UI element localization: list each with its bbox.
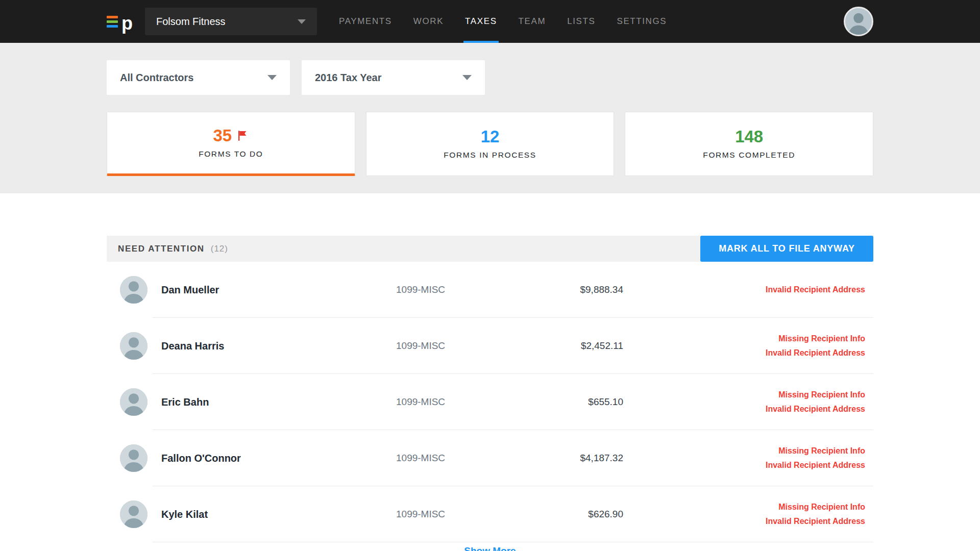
contractor-row[interactable]: Fallon O'Connor 1099-MISC $4,187.32 Miss…	[107, 430, 873, 486]
logo-bars-icon	[107, 16, 118, 28]
logo-letter: p	[121, 14, 133, 33]
issue-text: Invalid Recipient Address	[623, 402, 865, 416]
issue-list: Missing Recipient Info Invalid Recipient…	[623, 444, 873, 472]
tax-year-filter-dropdown[interactable]: 2016 Tax Year	[302, 60, 485, 95]
form-type: 1099-MISC	[396, 509, 513, 520]
issue-text: Invalid Recipient Address	[623, 514, 865, 529]
person-icon	[845, 8, 872, 35]
chevron-down-icon	[267, 75, 277, 80]
company-selector-value: Folsom Fitness	[156, 16, 226, 28]
avatar	[120, 500, 148, 528]
avatar	[120, 276, 148, 304]
nav-item-work[interactable]: WORK	[403, 0, 454, 43]
contractor-row[interactable]: Eric Bahn 1099-MISC $655.10 Missing Reci…	[107, 374, 873, 430]
issue-list: Missing Recipient Info Invalid Recipient…	[623, 388, 873, 416]
stat-card-forms-completed[interactable]: 148 FORMS COMPLETED	[625, 112, 873, 176]
issue-text: Invalid Recipient Address	[623, 458, 865, 472]
form-amount: $2,452.11	[513, 340, 623, 352]
contractor-filter-value: All Contractors	[120, 72, 193, 84]
contractor-name: Fallon O'Connor	[161, 453, 396, 464]
person-icon	[120, 388, 148, 416]
form-type: 1099-MISC	[396, 396, 513, 408]
person-icon	[120, 500, 148, 528]
need-attention-count: (12)	[211, 244, 228, 254]
forms-completed-count: 148	[735, 128, 763, 145]
form-amount: $4,187.32	[513, 453, 623, 464]
avatar	[120, 388, 148, 416]
form-type: 1099-MISC	[396, 453, 513, 464]
issue-list: Invalid Recipient Address	[623, 283, 873, 297]
nav-item-taxes[interactable]: TAXES	[454, 0, 507, 43]
nav-item-settings[interactable]: SETTINGS	[606, 0, 677, 43]
issue-text: Missing Recipient Info	[623, 444, 865, 458]
filter-row: All Contractors 2016 Tax Year	[107, 60, 873, 95]
contractor-name: Deana Harris	[161, 340, 396, 352]
person-icon	[120, 444, 148, 472]
issue-list: Missing Recipient Info Invalid Recipient…	[623, 500, 873, 529]
nav-item-lists[interactable]: LISTS	[556, 0, 606, 43]
forms-in-process-count: 12	[481, 128, 500, 145]
nav-item-payments[interactable]: PAYMENTS	[328, 0, 403, 43]
flag-icon	[236, 130, 249, 142]
forms-to-do-count: 35	[213, 127, 232, 144]
app-logo[interactable]: p	[107, 12, 133, 31]
filters-stats-band: All Contractors 2016 Tax Year 35 FORMS T…	[0, 43, 980, 193]
issue-text: Invalid Recipient Address	[623, 283, 865, 297]
mark-all-to-file-button[interactable]: MARK ALL TO FILE ANYWAY	[700, 236, 873, 262]
issue-text: Missing Recipient Info	[623, 500, 865, 514]
issue-text: Missing Recipient Info	[623, 332, 865, 346]
need-attention-header: NEED ATTENTION (12) MARK ALL TO FILE ANY…	[107, 236, 873, 262]
show-more-link[interactable]: Show More	[107, 542, 873, 551]
stats-row: 35 FORMS TO DO 12 FORMS IN PROCESS 148	[107, 112, 873, 176]
avatar	[120, 332, 148, 360]
contractor-name: Eric Bahn	[161, 396, 396, 408]
top-navbar: p Folsom Fitness PAYMENTS WORK TAXES TEA…	[0, 0, 980, 43]
chevron-down-icon	[298, 19, 306, 24]
issue-text: Missing Recipient Info	[623, 388, 865, 402]
issue-list: Missing Recipient Info Invalid Recipient…	[623, 332, 873, 360]
contractor-name: Dan Mueller	[161, 284, 396, 296]
stat-card-forms-in-process[interactable]: 12 FORMS IN PROCESS	[366, 112, 615, 176]
contractor-row[interactable]: Kyle Kilat 1099-MISC $626.90 Missing Rec…	[107, 486, 873, 542]
form-type: 1099-MISC	[396, 284, 513, 295]
form-amount: $626.90	[513, 509, 623, 520]
chevron-down-icon	[462, 75, 472, 80]
need-attention-title: NEED ATTENTION	[118, 244, 205, 254]
person-icon	[120, 276, 148, 304]
nav-item-team[interactable]: TEAM	[508, 0, 557, 43]
forms-completed-label: FORMS COMPLETED	[703, 151, 795, 160]
contractor-filter-dropdown[interactable]: All Contractors	[107, 60, 290, 95]
need-attention-section: NEED ATTENTION (12) MARK ALL TO FILE ANY…	[107, 236, 873, 551]
form-amount: $9,888.34	[513, 284, 623, 295]
contractor-name: Kyle Kilat	[161, 509, 396, 520]
contractor-row[interactable]: Dan Mueller 1099-MISC $9,888.34 Invalid …	[107, 262, 873, 318]
stat-card-forms-to-do[interactable]: 35 FORMS TO DO	[107, 112, 355, 176]
navbar-inner: p Folsom Fitness PAYMENTS WORK TAXES TEA…	[107, 0, 873, 43]
avatar	[120, 444, 148, 472]
tax-year-filter-value: 2016 Tax Year	[315, 72, 382, 84]
forms-to-do-label: FORMS TO DO	[199, 149, 263, 159]
form-amount: $655.10	[513, 396, 623, 408]
company-selector[interactable]: Folsom Fitness	[145, 8, 317, 35]
issue-text: Invalid Recipient Address	[623, 346, 865, 360]
user-avatar[interactable]	[844, 7, 873, 36]
person-icon	[120, 332, 148, 360]
nav-links: PAYMENTS WORK TAXES TEAM LISTS SETTINGS	[328, 0, 677, 43]
forms-in-process-label: FORMS IN PROCESS	[444, 151, 536, 160]
form-type: 1099-MISC	[396, 340, 513, 352]
contractor-row[interactable]: Deana Harris 1099-MISC $2,452.11 Missing…	[107, 318, 873, 374]
